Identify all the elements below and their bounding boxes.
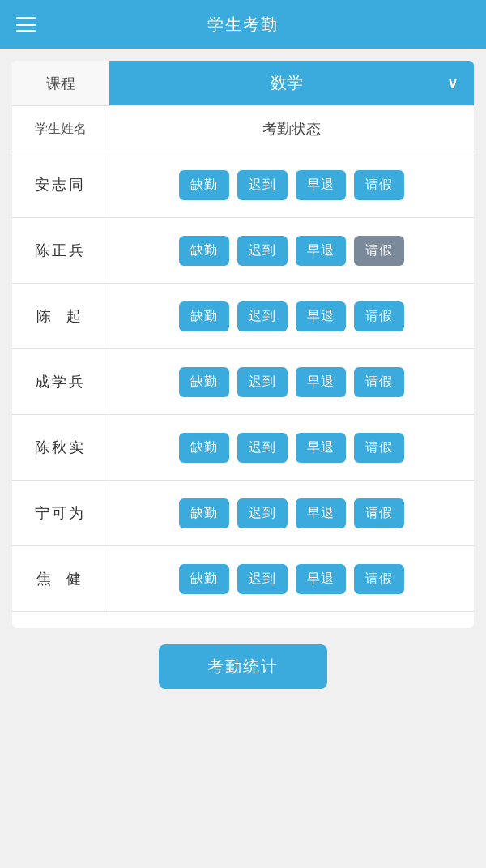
student-name: 成学兵 <box>12 349 109 414</box>
late-button[interactable]: 迟到 <box>237 433 288 463</box>
absent-button[interactable]: 缺勤 <box>179 301 229 331</box>
name-column-header: 学生姓名 <box>12 106 109 152</box>
attendance-buttons: 缺勤 迟到 早退 请假 <box>109 228 474 274</box>
absent-button[interactable]: 缺勤 <box>179 433 229 463</box>
student-name: 安志同 <box>12 152 109 217</box>
attendance-buttons: 缺勤 迟到 早退 请假 <box>109 490 474 537</box>
absent-button[interactable]: 缺勤 <box>179 564 229 594</box>
leave-button[interactable]: 请假 <box>354 170 404 200</box>
leave-button[interactable]: 请假 <box>354 564 404 594</box>
table-row: 陈正兵 缺勤 迟到 早退 请假 <box>12 218 474 284</box>
stats-button-container: 考勤统计 <box>0 644 486 689</box>
leave-button[interactable]: 请假 <box>354 236 404 266</box>
table-row: 宁可为 缺勤 迟到 早退 请假 <box>12 481 474 546</box>
status-column-header: 考勤状态 <box>109 119 474 139</box>
menu-icon[interactable] <box>16 17 36 32</box>
app-header: 学生考勤 <box>0 0 486 49</box>
absent-button[interactable]: 缺勤 <box>179 170 229 200</box>
page-title: 学生考勤 <box>207 14 279 36</box>
chevron-down-icon: ∨ <box>447 75 458 92</box>
student-name: 焦 健 <box>12 546 109 611</box>
course-label: 课程 <box>12 61 109 105</box>
late-button[interactable]: 迟到 <box>237 564 288 594</box>
course-value: 数学 <box>126 72 447 94</box>
late-button[interactable]: 迟到 <box>237 498 288 528</box>
attendance-buttons: 缺勤 迟到 早退 请假 <box>109 293 474 340</box>
attendance-buttons: 缺勤 迟到 早退 请假 <box>109 359 474 405</box>
early-leave-button[interactable]: 早退 <box>296 236 346 266</box>
table-header: 学生姓名 考勤状态 <box>12 106 474 152</box>
absent-button[interactable]: 缺勤 <box>179 367 229 397</box>
leave-button[interactable]: 请假 <box>354 301 404 331</box>
early-leave-button[interactable]: 早退 <box>296 170 346 200</box>
main-content: 课程 数学 ∨ 学生姓名 考勤状态 安志同 缺勤 迟到 早退 请假 陈正兵 缺勤… <box>12 61 474 628</box>
student-name: 陈 起 <box>12 284 109 348</box>
table-row: 陈 起 缺勤 迟到 早退 请假 <box>12 284 474 349</box>
table-row: 焦 健 缺勤 迟到 早退 请假 <box>12 546 474 612</box>
early-leave-button[interactable]: 早退 <box>296 564 346 594</box>
leave-button[interactable]: 请假 <box>354 433 404 463</box>
late-button[interactable]: 迟到 <box>237 236 288 266</box>
late-button[interactable]: 迟到 <box>237 170 288 200</box>
student-name: 宁可为 <box>12 481 109 545</box>
attendance-buttons: 缺勤 迟到 早退 请假 <box>109 162 474 208</box>
student-name: 陈正兵 <box>12 218 109 283</box>
table-row: 陈秋实 缺勤 迟到 早退 请假 <box>12 415 474 481</box>
table-row: 成学兵 缺勤 迟到 早退 请假 <box>12 349 474 415</box>
early-leave-button[interactable]: 早退 <box>296 498 346 528</box>
leave-button[interactable]: 请假 <box>354 498 404 528</box>
course-selector[interactable]: 数学 ∨ <box>109 61 474 105</box>
late-button[interactable]: 迟到 <box>237 367 288 397</box>
absent-button[interactable]: 缺勤 <box>179 236 229 266</box>
early-leave-button[interactable]: 早退 <box>296 433 346 463</box>
attendance-buttons: 缺勤 迟到 早退 请假 <box>109 556 474 602</box>
leave-button[interactable]: 请假 <box>354 367 404 397</box>
absent-button[interactable]: 缺勤 <box>179 498 229 528</box>
stats-button[interactable]: 考勤统计 <box>159 644 327 689</box>
student-name: 陈秋实 <box>12 415 109 480</box>
late-button[interactable]: 迟到 <box>237 301 288 331</box>
course-row: 课程 数学 ∨ <box>12 61 474 106</box>
early-leave-button[interactable]: 早退 <box>296 367 346 397</box>
early-leave-button[interactable]: 早退 <box>296 301 346 331</box>
attendance-buttons: 缺勤 迟到 早退 请假 <box>109 425 474 471</box>
table-row: 安志同 缺勤 迟到 早退 请假 <box>12 152 474 218</box>
